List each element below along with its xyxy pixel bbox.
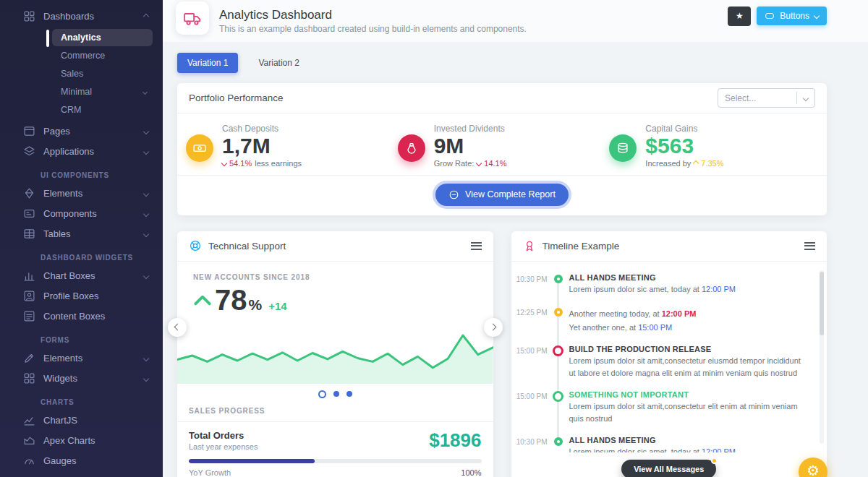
scrollbar-track[interactable] <box>820 270 824 444</box>
timeline-time: 15:00 PM <box>511 390 548 425</box>
sidebar-item-label: Widgets <box>43 373 77 384</box>
profile-boxes-icon <box>23 290 35 302</box>
sidebar-item-form-elements[interactable]: Elements <box>7 348 156 368</box>
select-dropdown[interactable]: Select... <box>718 88 815 108</box>
notification-dot <box>711 457 718 464</box>
sidebar-item-sales[interactable]: Sales <box>52 65 153 82</box>
timeline-time: 10:30 PM <box>511 436 548 452</box>
timeline-entry-text: Yet another one, at 15:00 PM <box>569 322 809 334</box>
sidebar-item-minimal[interactable]: Minimal <box>52 83 153 100</box>
tab-variation-2[interactable]: Variation 2 <box>248 53 309 73</box>
applications-icon <box>23 145 35 158</box>
stat-value: 1,7M <box>222 134 302 159</box>
technical-support-card: Technical Support NEW ACCOUNTS SINCE 201… <box>177 231 493 477</box>
lifebuoy-icon <box>189 239 202 252</box>
timeline-entry-title: SOMETHING NOT IMPORTANT <box>569 390 809 399</box>
time-link[interactable]: 15:00 PM <box>638 323 672 332</box>
view-all-messages-button[interactable]: View All Messages <box>621 460 716 477</box>
carousel-prev-button[interactable] <box>168 318 187 337</box>
carousel-dot-1[interactable] <box>318 390 326 398</box>
chevron-down-icon <box>143 190 149 196</box>
buttons-dropdown-button[interactable]: Buttons <box>757 7 827 25</box>
sidebar-item-elements[interactable]: Elements <box>7 184 156 203</box>
view-complete-report-button[interactable]: View Complete Report <box>435 184 569 206</box>
card-title: Portfolio Performance <box>189 93 284 103</box>
card-header: Timeline Example <box>511 231 827 262</box>
chevron-up-icon <box>143 13 149 19</box>
card-header: Technical Support <box>177 231 493 262</box>
header-actions: ★ Buttons <box>728 7 827 26</box>
sidebar-item-gauges[interactable]: Gauges <box>7 451 156 470</box>
sidebar-item-widgets[interactable]: Widgets <box>7 369 156 388</box>
card-title: Timeline Example <box>542 241 620 252</box>
stat-label: Capital Gains <box>645 124 723 134</box>
sidebar-item-commerce[interactable]: Commerce <box>52 47 153 64</box>
total-orders-label: Total Orders <box>189 430 258 441</box>
sidebar-item-tables[interactable]: Tables <box>7 224 156 244</box>
cash-deposits-icon <box>186 134 213 162</box>
sidebar-item-crm[interactable]: CRM <box>52 101 153 119</box>
sidebar-item-applications[interactable]: Applications <box>7 142 156 161</box>
sidebar-item-pages[interactable]: Pages <box>7 121 156 141</box>
totals-row: Total Orders Last year expenses $1896 <box>177 422 493 455</box>
sidebar-item-label: Apex Charts <box>43 435 95 446</box>
elements-icon <box>23 187 35 199</box>
accounts-big-number: 78 % +14 <box>193 285 477 314</box>
star-button[interactable]: ★ <box>728 7 751 26</box>
scrollbar-thumb[interactable] <box>820 272 824 335</box>
time-link[interactable]: 12:00 PM <box>702 285 736 293</box>
sidebar-item-components[interactable]: Components <box>7 204 156 223</box>
accounts-kicker: NEW ACCOUNTS SINCE 2018 <box>193 273 477 281</box>
widgets-icon <box>23 372 35 384</box>
sidebar-item-chartjs[interactable]: ChartJS <box>7 411 156 430</box>
carousel-dot-2[interactable] <box>333 391 339 397</box>
pages-icon <box>23 125 35 137</box>
sidebar-item-dashboards[interactable]: Dashboards <box>7 7 156 26</box>
sidebar-item-content-boxes[interactable]: Content Boxes <box>7 306 156 326</box>
timeline-card: Timeline Example 10:30 PM ALL HANDS MEET… <box>511 231 827 477</box>
sidebar-heading-forms: FORMS <box>0 327 163 348</box>
bottom-row: Technical Support NEW ACCOUNTS SINCE 201… <box>177 231 827 477</box>
sidebar-item-label: Sales <box>61 69 83 79</box>
trend-up-icon <box>193 293 212 306</box>
sidebar-item-chart-boxes[interactable]: Chart Boxes <box>7 266 156 285</box>
sidebar-item-analytics[interactable]: Analytics <box>52 29 153 46</box>
orders-amount: $1896 <box>429 429 481 452</box>
timeline-entry: 15:00 PM BUILD THE PRODUCTION RELEASE Lo… <box>511 345 809 379</box>
sidebar-nav: Dashboards Analytics Commerce Sales Mini… <box>0 0 163 477</box>
chevron-down-icon <box>142 89 148 94</box>
truck-icon <box>183 9 202 27</box>
chevron-down-icon <box>143 148 149 154</box>
timeline-entry-text: Lorem ipsum dolor sic amet, today at 12:… <box>569 283 809 296</box>
timeline-entry: 10:30 PM ALL HANDS MEETING Lorem ipsum d… <box>511 273 809 296</box>
tab-variation-1[interactable]: Variation 1 <box>177 53 238 73</box>
time-link[interactable]: 12:00 PM <box>702 447 736 452</box>
stat-cash-deposits: Cash Deposits 1,7M 54.1% less earnings <box>184 124 396 168</box>
sidebar-item-apex-charts[interactable]: Apex Charts <box>7 431 156 450</box>
main-content: Analytics Dashboard This is an example d… <box>163 0 868 477</box>
capital-gains-icon <box>609 134 637 162</box>
stat-delta: 54.1% less earnings <box>222 159 302 168</box>
sidebar-item-profile-boxes[interactable]: Profile Boxes <box>7 286 156 306</box>
sidebar-item-label: Minimal <box>61 87 92 97</box>
coins-icon <box>616 141 630 155</box>
carousel-next-button[interactable] <box>484 318 503 337</box>
timeline-time: 12:25 PM <box>511 306 548 334</box>
menu-icon[interactable] <box>471 242 482 250</box>
carousel-dot-3[interactable] <box>346 391 352 397</box>
dashboards-submenu: Analytics Commerce Sales Minimal CRM <box>0 27 163 121</box>
sidebar-item-chart-sparklines-1[interactable]: Chart Sparklines 1 <box>7 471 156 477</box>
tables-icon <box>23 228 35 240</box>
menu-icon[interactable] <box>804 242 815 250</box>
timeline-entry: 15:00 PM SOMETHING NOT IMPORTANT Lorem i… <box>511 390 809 425</box>
time-highlight: 12:00 PM <box>662 309 697 318</box>
sidebar-item-label: Applications <box>43 146 94 157</box>
timeline-list: 10:30 PM ALL HANDS MEETING Lorem ipsum d… <box>511 262 827 452</box>
stat-invested-dividents: Invested Dividents 9M Grow Rate: 14.1% <box>396 124 608 168</box>
yoy-label: YoY Growth <box>189 468 231 477</box>
dashboards-icon <box>23 10 35 22</box>
card-title: Technical Support <box>208 241 286 252</box>
page-subtitle: This is an example dashboard created usi… <box>219 24 527 34</box>
chart-boxes-icon <box>23 270 35 282</box>
timeline-footer: View All Messages <box>511 452 827 477</box>
